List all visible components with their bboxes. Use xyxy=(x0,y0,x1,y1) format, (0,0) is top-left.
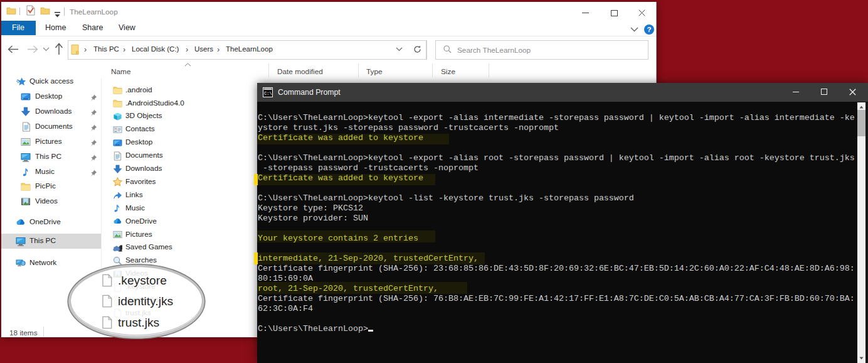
svg-text:C:\: C:\ xyxy=(264,91,272,96)
